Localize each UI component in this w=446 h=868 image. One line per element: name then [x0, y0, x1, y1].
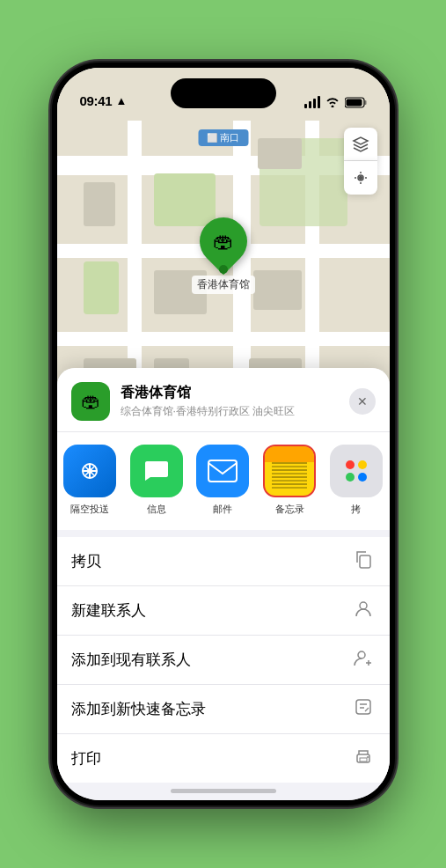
- action-add-contact-label: 添加到现有联系人: [71, 650, 351, 670]
- home-indicator: [171, 789, 276, 793]
- action-add-contact[interactable]: 添加到现有联系人: [57, 636, 390, 685]
- share-item-message[interactable]: 信息: [123, 445, 190, 516]
- svg-point-6: [87, 468, 92, 474]
- copy-icon: [351, 549, 376, 573]
- map-controls: [344, 128, 377, 195]
- action-print-label: 打印: [71, 748, 351, 769]
- more-label: 拷: [351, 503, 361, 516]
- share-item-mail[interactable]: 邮件: [190, 445, 257, 516]
- share-item-more[interactable]: 拷: [323, 445, 390, 516]
- quick-note-icon: [351, 697, 376, 721]
- location-icon: 🏟: [71, 382, 110, 421]
- svg-rect-1: [346, 99, 362, 106]
- close-button[interactable]: ✕: [349, 388, 376, 415]
- airdrop-icon: [63, 445, 116, 497]
- action-copy-label: 拷贝: [71, 551, 351, 571]
- message-icon: [130, 445, 183, 497]
- share-item-notes[interactable]: 备忘录: [256, 445, 323, 516]
- share-row: 隔空投送 信息: [57, 432, 390, 530]
- add-contact-icon: [351, 648, 376, 672]
- action-quick-note-label: 添加到新快速备忘录: [71, 699, 351, 719]
- svg-point-14: [367, 756, 369, 758]
- map-location-button[interactable]: [344, 161, 377, 195]
- svg-rect-8: [360, 555, 370, 568]
- airdrop-label: 隔空投送: [70, 503, 109, 516]
- location-info: 香港体育馆 综合体育馆·香港特别行政区 油尖旺区: [121, 384, 339, 419]
- svg-point-4: [359, 177, 362, 180]
- action-copy[interactable]: 拷贝: [57, 537, 390, 586]
- action-quick-note[interactable]: 添加到新快速备忘录: [57, 685, 390, 734]
- status-icons: [304, 96, 367, 108]
- svg-point-10: [358, 651, 365, 658]
- svg-rect-2: [364, 100, 366, 105]
- phone-screen: 09:41 ▲: [57, 68, 390, 800]
- location-arrow-icon: ▲: [115, 94, 127, 107]
- svg-point-9: [360, 602, 367, 609]
- bottom-sheet: 🏟 香港体育馆 综合体育馆·香港特别行政区 油尖旺区 ✕: [57, 368, 390, 800]
- more-icon: [330, 445, 383, 497]
- svg-rect-7: [208, 460, 237, 482]
- status-time: 09:41: [80, 93, 113, 108]
- message-label: 信息: [147, 503, 166, 516]
- action-new-contact-label: 新建联系人: [71, 600, 351, 621]
- battery-icon: [345, 97, 367, 108]
- phone-frame: 09:41 ▲: [52, 63, 395, 805]
- new-contact-icon: [351, 599, 376, 622]
- wifi-icon: [325, 97, 340, 107]
- action-new-contact[interactable]: 新建联系人: [57, 586, 390, 636]
- location-subtitle: 综合体育馆·香港特别行政区 油尖旺区: [121, 404, 339, 419]
- mail-label: 邮件: [213, 503, 232, 516]
- notes-icon: [263, 445, 316, 497]
- pin-label: 香港体育馆: [192, 276, 255, 294]
- action-list: 拷贝 新建联系人: [57, 537, 390, 783]
- mail-icon: [196, 445, 249, 497]
- location-name: 香港体育馆: [121, 384, 339, 402]
- action-print[interactable]: 打印: [57, 734, 390, 783]
- signal-bars-icon: [304, 96, 320, 108]
- svg-rect-13: [360, 758, 367, 761]
- location-header: 🏟 香港体育馆 综合体育馆·香港特别行政区 油尖旺区 ✕: [57, 368, 390, 432]
- dynamic-island: [171, 78, 276, 108]
- location-pin: 🏟 香港体育馆: [192, 217, 255, 294]
- print-icon: [351, 747, 376, 770]
- svg-rect-11: [356, 700, 370, 714]
- notes-label: 备忘录: [275, 503, 304, 516]
- north-label: ⬜ 南口: [198, 129, 248, 146]
- share-item-airdrop[interactable]: 隔空投送: [57, 445, 124, 516]
- map-layers-button[interactable]: [344, 128, 377, 161]
